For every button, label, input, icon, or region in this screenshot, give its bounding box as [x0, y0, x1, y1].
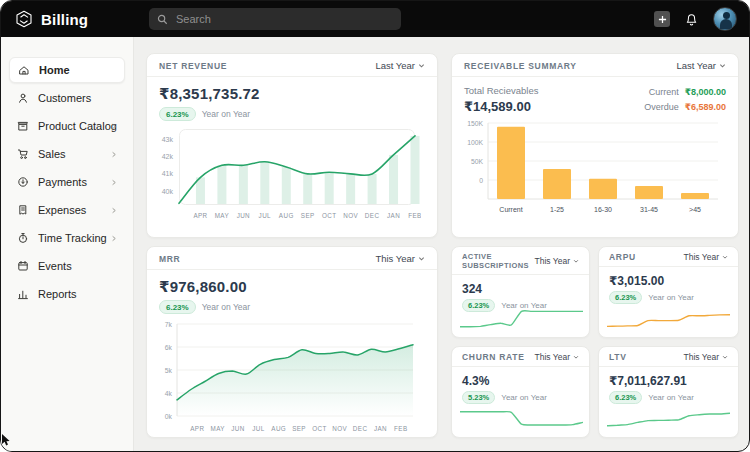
svg-text:DEC: DEC: [353, 425, 368, 432]
svg-text:50K: 50K: [471, 158, 484, 165]
home-icon: [18, 64, 30, 76]
receivable-period-dropdown[interactable]: Last Year: [676, 60, 726, 71]
quick-add-button[interactable]: [654, 11, 670, 27]
svg-text:MAY: MAY: [210, 425, 225, 432]
search-icon: [157, 14, 168, 25]
topbar: Billing: [1, 1, 749, 37]
svg-text:31-45: 31-45: [640, 206, 658, 213]
mrr-yoy-label: Year on Year: [202, 302, 250, 312]
net-revenue-value: ₹8,351,735.72: [159, 85, 425, 103]
svg-text:100K: 100K: [467, 139, 483, 146]
churn-rate-value: 4.3%: [462, 374, 579, 388]
svg-text:SEP: SEP: [301, 212, 315, 219]
svg-text:FEB: FEB: [408, 212, 421, 219]
total-receivables-value: ₹14,589.00: [464, 99, 538, 114]
chevron-right-icon: [110, 151, 117, 158]
sidebar-item-events[interactable]: Events: [9, 253, 125, 279]
arpu-period-dropdown[interactable]: This Year: [684, 252, 728, 262]
billing-logo-icon: [15, 10, 33, 28]
svg-text:JUN: JUN: [237, 212, 250, 219]
net-revenue-chart: 43k42k41k40kAPRMAYJUNJULAUGSEPOCTNOVDECJ…: [147, 125, 437, 231]
sidebar-item-sales[interactable]: Sales: [9, 141, 125, 167]
sidebar-item-time-tracking[interactable]: Time Tracking: [9, 225, 125, 251]
total-receivables-label: Total Recievables: [464, 85, 538, 96]
mrr-value: ₹976,860.00: [159, 278, 425, 296]
sidebar-item-label: Reports: [38, 288, 77, 300]
churn-rate-growth-badge: 5.23%: [462, 391, 495, 404]
search-bar[interactable]: [149, 8, 401, 30]
notifications-bell-icon[interactable]: [684, 12, 699, 27]
mrr-period-dropdown[interactable]: This Year: [375, 253, 425, 264]
svg-text:JAN: JAN: [374, 425, 387, 432]
churn-rate-period-dropdown[interactable]: This Year: [535, 352, 579, 362]
current-value: ₹8,000.00: [685, 87, 726, 97]
svg-text:APR: APR: [190, 425, 204, 432]
net-revenue-title: NET REVENUE: [159, 61, 227, 71]
product-catalog-icon: [17, 120, 29, 132]
svg-text:6k: 6k: [165, 344, 173, 351]
app-title: Billing: [41, 11, 88, 28]
svg-text:16-30: 16-30: [594, 206, 612, 213]
chevron-right-icon: [110, 207, 117, 214]
search-input[interactable]: [174, 12, 393, 26]
svg-text:NOV: NOV: [343, 212, 358, 219]
sidebar-item-reports[interactable]: Reports: [9, 281, 125, 307]
ltv-period-dropdown[interactable]: This Year: [684, 352, 728, 362]
chevron-down-icon: [418, 62, 425, 69]
current-label: Current: [649, 87, 679, 97]
app-window: Billing HomeCustomersProduct CatalogSale…: [0, 0, 750, 452]
mrr-card: MRR This Year ₹976,860.00 6.23% Year on …: [146, 246, 438, 438]
churn-rate-sparkline: [460, 404, 581, 432]
sidebar-item-label: Time Tracking: [38, 232, 107, 244]
sidebar-item-payments[interactable]: Payments: [9, 169, 125, 195]
churn-rate-card: CHURN RATE This Year 4.3% 5.23% Year on …: [451, 346, 590, 438]
sidebar-item-label: Expenses: [38, 204, 86, 216]
mouse-cursor: [2, 432, 12, 450]
ltv-card: LTV This Year ₹7,011,627.91 6.23% Year o…: [598, 346, 739, 438]
customers-icon: [17, 92, 29, 104]
sidebar-item-expenses[interactable]: Expenses: [9, 197, 125, 223]
sidebar-item-label: Events: [38, 260, 72, 272]
svg-text:4k: 4k: [165, 390, 173, 397]
svg-text:5k: 5k: [165, 367, 173, 374]
ltv-growth-badge: 6.23%: [609, 391, 642, 404]
arpu-growth-badge: 6.23%: [609, 291, 642, 304]
svg-text:DEC: DEC: [365, 212, 380, 219]
svg-text:OCT: OCT: [312, 425, 327, 432]
svg-text:150K: 150K: [467, 120, 483, 127]
sidebar-item-label: Customers: [38, 92, 91, 104]
events-calendar-icon: [17, 260, 29, 272]
sidebar-item-product-catalog[interactable]: Product Catalog: [9, 113, 125, 139]
user-avatar[interactable]: [713, 7, 737, 31]
svg-text:42k: 42k: [162, 153, 174, 160]
svg-text:JUN: JUN: [231, 425, 244, 432]
net-revenue-growth-badge: 6.23%: [159, 107, 196, 121]
arpu-title: ARPU: [609, 252, 636, 262]
svg-text:AUG: AUG: [279, 212, 294, 219]
chevron-down-icon: [719, 62, 726, 69]
reports-icon: [17, 288, 29, 300]
svg-text:41k: 41k: [162, 170, 174, 177]
active-subscriptions-period-dropdown[interactable]: This Year: [535, 256, 579, 266]
overdue-value: ₹6,589.00: [685, 102, 726, 112]
sidebar: HomeCustomersProduct CatalogSalesPayment…: [1, 37, 134, 451]
svg-text:APR: APR: [193, 212, 207, 219]
chevron-right-icon: [110, 179, 117, 186]
app-logo[interactable]: Billing: [1, 10, 88, 28]
svg-text:NOV: NOV: [332, 425, 347, 432]
svg-text:7k: 7k: [165, 321, 173, 328]
svg-text:0: 0: [479, 177, 483, 184]
sidebar-item-home[interactable]: Home: [9, 57, 125, 83]
chevron-down-icon: [573, 258, 579, 264]
svg-text:0k: 0k: [165, 413, 173, 420]
expenses-icon: [17, 204, 29, 216]
svg-text:JUL: JUL: [259, 212, 271, 219]
sales-cart-icon: [17, 148, 29, 160]
ltv-title: LTV: [609, 352, 627, 362]
sidebar-item-label: Home: [39, 64, 70, 76]
sidebar-item-customers[interactable]: Customers: [9, 85, 125, 111]
chevron-down-icon: [418, 255, 425, 262]
svg-text:AUG: AUG: [271, 425, 286, 432]
active-subscriptions-card: ACTIVE SUBSCRIPTIONS This Year 324 6.23%…: [451, 246, 590, 338]
net-revenue-period-dropdown[interactable]: Last Year: [375, 60, 425, 71]
